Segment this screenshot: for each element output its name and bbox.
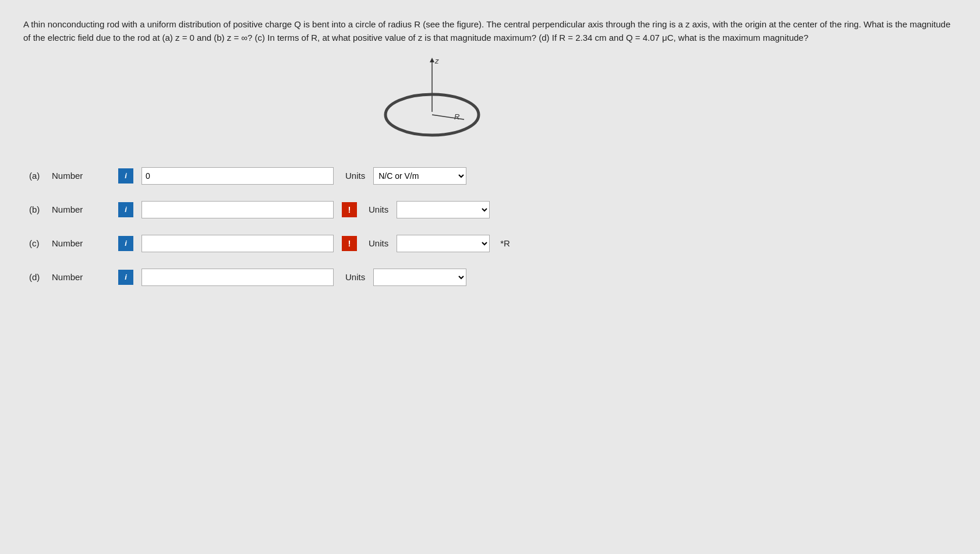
number-input-b[interactable] — [141, 201, 334, 218]
ring-figure: z R — [368, 57, 496, 150]
units-label-d: Units — [345, 272, 365, 282]
part-letter-a: (a) — [29, 171, 44, 181]
part-label-b: Number — [52, 204, 110, 214]
info-button-d[interactable]: i — [118, 270, 133, 285]
units-select-c[interactable]: R m cm — [397, 235, 490, 252]
info-button-a[interactable]: i — [118, 168, 133, 184]
number-input-a[interactable] — [141, 167, 334, 185]
part-row-c: (c) Number i ! Units R m cm *R — [29, 235, 957, 252]
part-label-d: Number — [52, 272, 110, 282]
svg-text:R: R — [454, 112, 459, 121]
units-select-b[interactable]: N/C or V/m kN/C MN/C — [397, 201, 490, 218]
part-row-b: (b) Number i ! Units N/C or V/m kN/C MN/… — [29, 201, 957, 218]
part-letter-b: (b) — [29, 204, 44, 214]
error-button-b[interactable]: ! — [342, 202, 357, 217]
info-button-c[interactable]: i — [118, 236, 133, 251]
part-row-d: (d) Number i Units N/C or V/m kN/C MN/C — [29, 269, 957, 286]
units-select-a[interactable]: N/C or V/m kN/C MN/C — [373, 167, 466, 185]
units-label-c: Units — [369, 238, 388, 248]
problem-text: A thin nonconducting rod with a uniform … — [23, 17, 955, 45]
page-container: A thin nonconducting rod with a uniform … — [0, 0, 980, 304]
svg-text:z: z — [434, 57, 439, 65]
part-letter-d: (d) — [29, 272, 44, 282]
info-button-b[interactable]: i — [118, 202, 133, 217]
units-label-b: Units — [369, 204, 388, 214]
units-select-d[interactable]: N/C or V/m kN/C MN/C — [373, 269, 466, 286]
part-label-c: Number — [52, 238, 110, 248]
number-input-d[interactable] — [141, 269, 334, 286]
error-button-c[interactable]: ! — [342, 236, 357, 251]
number-input-c[interactable] — [141, 235, 334, 252]
part-label-a: Number — [52, 171, 110, 181]
part-row-a: (a) Number i Units N/C or V/m kN/C MN/C — [29, 167, 957, 185]
svg-marker-1 — [430, 58, 434, 62]
figure-area: z R — [23, 57, 957, 150]
r-suffix-c: *R — [500, 238, 510, 248]
parts-container: (a) Number i Units N/C or V/m kN/C MN/C … — [23, 167, 957, 286]
units-label-a: Units — [345, 171, 365, 181]
part-letter-c: (c) — [29, 238, 44, 248]
